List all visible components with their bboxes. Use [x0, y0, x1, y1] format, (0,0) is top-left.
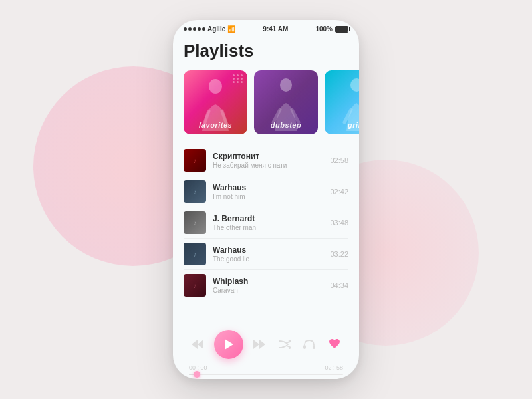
rewind-button[interactable]	[189, 337, 206, 352]
track-info-0: Скриптонит Не забирай меня с пати	[213, 152, 325, 169]
track-info-4: Whiplash Caravan	[213, 277, 325, 294]
track-duration-4: 04:34	[330, 281, 348, 289]
controls-row	[184, 330, 348, 359]
favorites-label: favorites	[184, 121, 247, 129]
heart-button[interactable]	[326, 336, 343, 352]
shuffle-icon	[279, 340, 291, 349]
svg-point-3	[280, 78, 292, 92]
headphones-icon	[303, 339, 315, 350]
track-thumb-1: ♪	[184, 180, 206, 203]
track-artist-0: Скриптонит	[213, 152, 325, 161]
track-info-2: J. Bernardt The other man	[213, 214, 325, 231]
signal-dot-3	[193, 27, 196, 31]
play-icon	[223, 338, 234, 350]
svg-rect-16	[303, 345, 306, 349]
total-time: 02 : 58	[325, 364, 343, 371]
status-bar: Agilie 📶 9:41 AM 100%	[173, 20, 359, 35]
status-left: Agilie 📶	[184, 25, 235, 33]
current-time: 00 : 00	[189, 364, 207, 371]
progress-handle[interactable]	[194, 371, 200, 378]
track-sub-2: The other man	[213, 224, 325, 231]
track-artist-2: J. Bernardt	[213, 214, 325, 223]
svg-marker-13	[259, 340, 265, 349]
grim-label: grim	[325, 121, 359, 129]
track-duration-2: 03:48	[330, 219, 348, 227]
progress-section: 00 : 00 02 : 58	[184, 364, 348, 375]
svg-point-0	[209, 79, 222, 94]
track-artist-4: Whiplash	[213, 277, 325, 286]
track-artist-1: Warhaus	[213, 183, 325, 192]
status-right: 100%	[315, 25, 348, 33]
track-thumb-3: ♪	[184, 243, 206, 265]
track-duration-3: 03:22	[330, 250, 348, 258]
clock: 9:41 AM	[263, 25, 288, 33]
signal-dot-1	[184, 27, 187, 31]
card-dots-favorites	[233, 74, 243, 83]
svg-marker-9	[198, 340, 203, 349]
progress-times: 00 : 00 02 : 58	[189, 364, 343, 371]
track-thumb-0: ♪	[184, 149, 206, 172]
battery-icon	[335, 26, 348, 33]
playlist-card-grim[interactable]: grim	[325, 70, 359, 134]
track-thumb-4: ♪	[184, 274, 206, 297]
progress-bar[interactable]	[189, 374, 343, 375]
signal-dots	[184, 27, 205, 31]
svg-marker-11	[225, 339, 233, 350]
thumb-inner-2: ♪	[184, 211, 206, 234]
playlist-card-favorites[interactable]: favorites	[184, 70, 247, 134]
heart-icon	[329, 339, 340, 350]
signal-dot-4	[198, 27, 201, 31]
signal-dot-5	[202, 27, 205, 31]
fastforward-button[interactable]	[251, 337, 268, 352]
thumb-inner-4: ♪	[184, 274, 206, 297]
play-button[interactable]	[214, 330, 243, 359]
track-item-4[interactable]: ♪ Whiplash Caravan 04:34	[184, 270, 348, 301]
track-item-3[interactable]: ♪ Warhaus The good lie 03:22	[184, 239, 348, 270]
track-duration-0: 02:58	[330, 156, 348, 164]
wifi-icon: 📶	[227, 25, 235, 33]
svg-marker-10	[192, 340, 198, 349]
battery-label: 100%	[315, 25, 332, 33]
dubstep-label: dubstep	[254, 121, 318, 129]
svg-rect-17	[313, 345, 315, 349]
track-sub-3: The good lie	[213, 255, 325, 263]
svg-marker-12	[253, 340, 259, 349]
track-item-0[interactable]: ♪ Скриптонит Не забирай меня с пати 02:5…	[184, 145, 348, 176]
svg-point-6	[350, 78, 359, 92]
track-sub-0: Не забирай меня с пати	[213, 162, 325, 169]
page-title: Playlists	[184, 41, 348, 61]
track-item-2[interactable]: ♪ J. Bernardt The other man 03:48	[184, 207, 348, 239]
thumb-inner-0: ♪	[184, 149, 206, 172]
track-info-1: Warhaus I'm not him	[213, 183, 325, 200]
track-sub-1: I'm not him	[213, 193, 325, 200]
shuffle-button[interactable]	[276, 337, 293, 352]
player-controls: 00 : 00 02 : 58	[184, 323, 348, 379]
track-thumb-2: ♪	[184, 211, 206, 234]
playlist-card-dubstep[interactable]: dubstep	[254, 70, 318, 134]
rewind-icon	[192, 340, 203, 349]
track-item-1[interactable]: ♪ Warhaus I'm not him 02:42	[184, 176, 348, 207]
signal-dot-2	[188, 27, 192, 31]
track-info-3: Warhaus The good lie	[213, 245, 325, 263]
main-content: Playlists favorites	[173, 35, 359, 379]
battery-fill	[336, 27, 348, 32]
thumb-inner-1: ♪	[184, 180, 206, 203]
track-list: ♪ Скриптонит Не забирай меня с пати 02:5…	[184, 145, 348, 323]
headphones-button[interactable]	[301, 336, 318, 352]
thumb-inner-3: ♪	[184, 243, 206, 265]
phone-frame: Agilie 📶 9:41 AM 100% Playlists	[173, 20, 359, 379]
track-duration-1: 02:42	[330, 188, 348, 196]
fastforward-icon	[253, 340, 265, 349]
playlist-cards: favorites dubstep	[184, 70, 348, 134]
track-sub-4: Caravan	[213, 287, 325, 294]
carrier-label: Agilie	[207, 25, 225, 33]
track-artist-3: Warhaus	[213, 245, 325, 255]
